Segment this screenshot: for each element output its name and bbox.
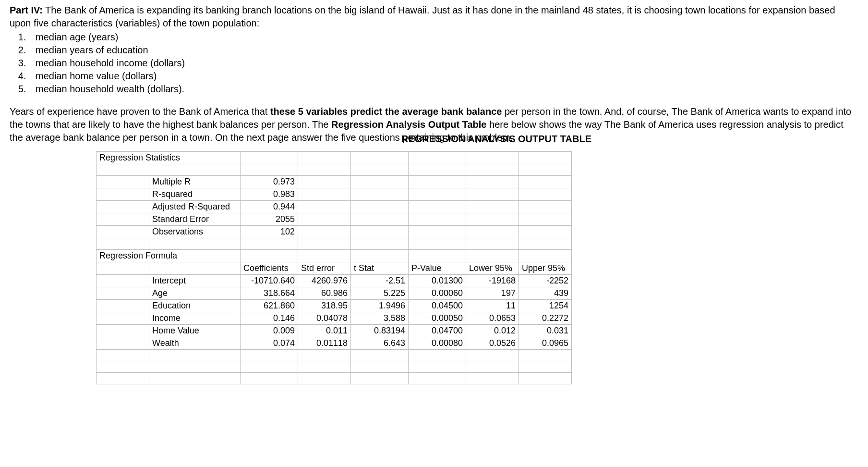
cell: 0.074 <box>241 337 298 350</box>
stat-label: R-squared <box>149 188 241 201</box>
table-row: Adjusted R-Squared0.944 <box>96 201 572 213</box>
cell: -2252 <box>519 275 572 287</box>
cell: 318.664 <box>241 287 298 300</box>
cell: 1254 <box>519 300 572 312</box>
col-header: Std error <box>298 262 351 275</box>
para2-bold1: these 5 variables predict the average ba… <box>270 106 502 117</box>
stat-label: Multiple R <box>149 176 241 188</box>
formula-header: Regression Formula <box>96 250 241 262</box>
table-row: Income0.1460.040783.5880.000500.06530.22… <box>96 312 572 325</box>
cell: 60.986 <box>298 287 351 300</box>
cell: 621.860 <box>241 300 298 312</box>
col-header: Lower 95% <box>466 262 519 275</box>
table-row <box>96 238 572 250</box>
col-header: Upper 95% <box>519 262 572 275</box>
cell: 0.011 <box>298 325 351 337</box>
list-item: median years of education <box>29 44 858 57</box>
stat-label: Standard Error <box>149 213 241 226</box>
stat-label: Observations <box>149 226 241 238</box>
list-item: median home value (dollars) <box>29 70 858 83</box>
cell: 0.83194 <box>351 325 409 337</box>
cell: 0.012 <box>466 325 519 337</box>
row-label: Wealth <box>149 337 241 350</box>
table-row: Regression Statistics <box>96 152 572 164</box>
stat-value: 0.983 <box>241 188 298 201</box>
table-row: Age318.66460.9865.2250.00060197439 <box>96 287 572 300</box>
table-row <box>96 350 572 361</box>
list-item: median age (years) <box>29 31 858 44</box>
cell: 4260.976 <box>298 275 351 287</box>
table-row <box>96 361 572 373</box>
table-row: Home Value0.0090.0110.831940.047000.0120… <box>96 325 572 337</box>
cell: 6.643 <box>351 337 409 350</box>
cell: 0.031 <box>519 325 572 337</box>
stat-label: Adjusted R-Squared <box>149 201 241 213</box>
cell: 0.00060 <box>409 287 466 300</box>
stat-value: 0.973 <box>241 176 298 188</box>
table-row <box>96 164 572 176</box>
stat-value: 102 <box>241 226 298 238</box>
stat-value: 2055 <box>241 213 298 226</box>
part-label: Part IV: <box>10 5 43 15</box>
cell: 0.2272 <box>519 312 572 325</box>
table-row <box>96 373 572 384</box>
cell: 318.95 <box>298 300 351 312</box>
cell: 0.04078 <box>298 312 351 325</box>
col-header: t Stat <box>351 262 409 275</box>
row-label: Age <box>149 287 241 300</box>
intro-paragraph: Part IV: The Bank of America is expandin… <box>10 4 858 30</box>
row-label: Intercept <box>149 275 241 287</box>
cell: 3.588 <box>351 312 409 325</box>
cell: 0.0526 <box>466 337 519 350</box>
list-item: median household income (dollars) <box>29 57 858 70</box>
cell: 0.01300 <box>409 275 466 287</box>
cell: 0.00080 <box>409 337 466 350</box>
col-header: P-Value <box>409 262 466 275</box>
cell: 0.04700 <box>409 325 466 337</box>
para2-bold2: Regression Analysis Output Table <box>331 119 486 130</box>
cell: 0.146 <box>241 312 298 325</box>
row-label: Education <box>149 300 241 312</box>
table-row: Regression Formula <box>96 250 572 262</box>
cell: -10710.640 <box>241 275 298 287</box>
table-row: Observations102 <box>96 226 572 238</box>
table-row: Standard Error2055 <box>96 213 572 226</box>
intro-text: The Bank of America is expanding its ban… <box>10 5 835 28</box>
stat-value: 0.944 <box>241 201 298 213</box>
list-item: median household wealth (dollars). <box>29 83 858 96</box>
col-header: Coefficients <box>241 262 298 275</box>
table-row: Multiple R0.973 <box>96 176 572 188</box>
cell: 5.225 <box>351 287 409 300</box>
stats-header: Regression Statistics <box>96 152 241 164</box>
table-row: R-squared0.983 <box>96 188 572 201</box>
row-label: Income <box>149 312 241 325</box>
row-label: Home Value <box>149 325 241 337</box>
cell: 0.01118 <box>298 337 351 350</box>
table-row: Wealth0.0740.011186.6430.000800.05260.09… <box>96 337 572 350</box>
cell: 0.00050 <box>409 312 466 325</box>
cell: -2.51 <box>351 275 409 287</box>
cell: 439 <box>519 287 572 300</box>
cell: -19168 <box>466 275 519 287</box>
cell: 0.009 <box>241 325 298 337</box>
table-row: Coefficients Std error t Stat P-Value Lo… <box>96 262 572 275</box>
cell: 0.04500 <box>409 300 466 312</box>
table-row: Education621.860318.951.94960.0450011125… <box>96 300 572 312</box>
cell: 0.0965 <box>519 337 572 350</box>
variables-list: median age (years) median years of educa… <box>10 31 858 96</box>
cell: 11 <box>466 300 519 312</box>
cell: 0.0653 <box>466 312 519 325</box>
cell: 197 <box>466 287 519 300</box>
cell: 1.9496 <box>351 300 409 312</box>
table-row: Intercept-10710.6404260.976-2.510.01300-… <box>96 275 572 287</box>
para2-seg1: Years of experience have proven to the B… <box>10 106 270 117</box>
regression-table: Regression Statistics Multiple R0.973 R-… <box>96 151 572 384</box>
